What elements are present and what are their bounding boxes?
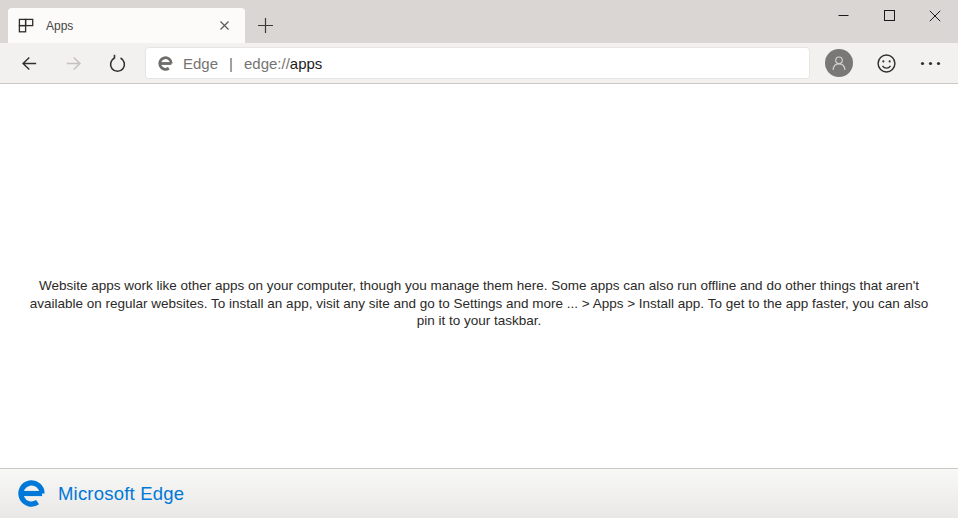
close-window-button[interactable] (912, 0, 958, 31)
arrow-right-icon (64, 54, 83, 73)
ellipsis-icon (920, 61, 941, 66)
maximize-icon (884, 10, 895, 21)
address-bar[interactable]: Edge | edge://apps (145, 47, 810, 79)
smiley-icon (876, 53, 897, 74)
browser-window: Apps (0, 0, 958, 518)
brand-text: Microsoft Edge (58, 483, 184, 505)
tab-bar: Apps (0, 0, 958, 43)
plus-icon (257, 17, 274, 34)
url-scheme: edge:// (244, 55, 290, 72)
apps-page-content: Website apps work like other apps on you… (0, 84, 958, 468)
minimize-button[interactable] (820, 0, 866, 31)
edge-logo-icon (16, 478, 47, 509)
edge-logo-icon (157, 55, 174, 72)
url-host: apps (290, 55, 323, 72)
navigation-toolbar: Edge | edge://apps (0, 43, 958, 84)
person-icon (825, 49, 853, 77)
new-tab-button[interactable] (248, 8, 282, 43)
footer-bar: Microsoft Edge (0, 468, 958, 518)
apps-grid-icon (18, 18, 34, 34)
refresh-button[interactable] (95, 44, 139, 82)
back-button[interactable] (7, 44, 51, 82)
settings-more-button[interactable] (908, 44, 952, 82)
maximize-button[interactable] (866, 0, 912, 31)
refresh-icon (107, 53, 128, 74)
site-name: Edge (183, 55, 218, 72)
close-icon (929, 10, 941, 22)
apps-description-text: Website apps work like other apps on you… (23, 84, 935, 330)
tab-close-icon[interactable] (211, 13, 237, 39)
profile-button[interactable] (825, 49, 853, 77)
tab-title: Apps (46, 19, 211, 33)
feedback-button[interactable] (864, 44, 908, 82)
forward-button[interactable] (51, 44, 95, 82)
url-separator: | (229, 55, 233, 72)
tab-apps[interactable]: Apps (8, 8, 245, 43)
window-controls (820, 0, 958, 31)
arrow-left-icon (20, 54, 39, 73)
minimize-icon (838, 10, 849, 21)
